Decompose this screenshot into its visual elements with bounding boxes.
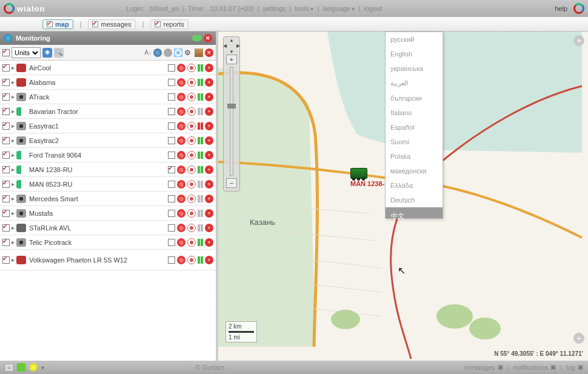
footer-log-link[interactable]: log	[566, 364, 575, 371]
language-option[interactable]: Polska	[386, 149, 443, 164]
unit-checkbox[interactable]	[2, 93, 10, 101]
unit-row[interactable]: ▸Ford Transit 9064⦸+	[0, 148, 216, 162]
locate-icon[interactable]	[187, 78, 196, 87]
locate-icon[interactable]	[187, 136, 196, 145]
tab-map[interactable]: map	[42, 19, 73, 29]
locate-icon[interactable]	[187, 64, 196, 72]
language-menu[interactable]: русскийEnglishукраїнськаالعربيةбългарски…	[385, 32, 443, 219]
unit-checkbox[interactable]	[2, 166, 10, 173]
add-icon[interactable]: +	[205, 107, 213, 116]
add-icon[interactable]: +	[205, 238, 213, 247]
zoom-in-button[interactable]: +	[226, 55, 237, 64]
unit-checkbox[interactable]	[2, 224, 10, 232]
footer-notifications-link[interactable]: notifications	[513, 364, 548, 371]
unit-checkbox[interactable]	[2, 108, 10, 115]
track-checkbox[interactable]	[168, 210, 175, 217]
locate-icon[interactable]	[187, 165, 196, 174]
add-icon[interactable]: +	[205, 256, 213, 264]
unit-row[interactable]: ▸Easytrac2⦸+	[0, 133, 216, 148]
expand-icon[interactable]: ▸	[12, 122, 15, 129]
stop-icon[interactable]: ⦸	[177, 209, 185, 218]
expand-icon[interactable]: ▸	[12, 137, 15, 144]
locate-icon[interactable]	[187, 151, 196, 159]
unit-checkbox[interactable]	[2, 137, 10, 144]
locate-icon[interactable]	[187, 224, 196, 232]
track-checkbox[interactable]	[168, 79, 175, 86]
language-option[interactable]: български	[386, 91, 443, 105]
unit-row[interactable]: ▸Alabama⦸+	[0, 75, 216, 90]
tab-reports[interactable]: reports	[150, 19, 188, 29]
status-online-icon[interactable]	[17, 363, 25, 372]
unit-row[interactable]: ▸AirCool⦸+	[0, 61, 216, 75]
unit-checkbox[interactable]	[2, 195, 10, 202]
dropdown-icon[interactable]: ▾	[41, 364, 44, 371]
language-option[interactable]: English	[386, 47, 443, 61]
footer-messages-link[interactable]: messages	[464, 364, 495, 371]
stop-icon[interactable]: ⦸	[177, 151, 185, 159]
col-target-icon[interactable]	[164, 48, 172, 57]
stop-icon[interactable]: ⦸	[177, 136, 185, 145]
language-option[interactable]: Ελλάδα	[386, 178, 443, 193]
language-option[interactable]: العربية	[386, 76, 443, 91]
track-checkbox[interactable]	[168, 256, 175, 264]
track-checkbox[interactable]	[168, 166, 175, 173]
expand-icon[interactable]: ▸	[12, 181, 15, 187]
unit-row[interactable]: ▸STaRLink AVL⦸+	[0, 221, 216, 235]
unit-row[interactable]: ▸ATrack⦸+	[0, 90, 216, 104]
bulb-icon[interactable]	[29, 363, 38, 372]
unit-row[interactable]: ▸Bavarian Tractor⦸+	[0, 104, 216, 119]
collapse-icon[interactable]: «	[5, 364, 13, 372]
expand-top-icon[interactable]: +	[573, 35, 584, 46]
unit-row[interactable]: ▸Mustafa⦸+	[0, 206, 216, 221]
tools-link[interactable]: tools	[295, 5, 309, 12]
add-icon[interactable]: +	[205, 165, 213, 174]
track-checkbox[interactable]	[168, 195, 175, 202]
panel-close-icon[interactable]: ✕	[204, 34, 212, 42]
unit-row[interactable]: ▸MAN 8523-RU⦸+	[0, 177, 216, 192]
tab-messages[interactable]: messages	[88, 19, 135, 29]
language-option[interactable]: Deutsch	[386, 193, 443, 207]
settings-link[interactable]: settings	[262, 5, 286, 12]
expand-icon[interactable]: ▸	[12, 195, 15, 202]
logout-link[interactable]: logout	[364, 5, 382, 12]
stop-icon[interactable]: ⦸	[177, 195, 185, 203]
help-link[interactable]: help	[555, 5, 567, 12]
expand-icon[interactable]: ▸	[12, 256, 15, 263]
locate-icon[interactable]	[187, 180, 196, 189]
language-option[interactable]: Español	[386, 120, 443, 135]
col-gear2-icon[interactable]	[195, 48, 203, 57]
unit-row[interactable]: ▸MAN 1238-RU⦸+	[0, 162, 216, 177]
unit-row[interactable]: ▸Telic Picotrack⦸+	[0, 235, 216, 250]
map-area[interactable]: ▲▼◀▶ + − + + Казань MAN 1238-RU русскийE…	[218, 32, 588, 361]
unit-row[interactable]: ▸Mercedes Smart⦸+	[0, 192, 216, 206]
add-icon[interactable]: +	[205, 209, 213, 218]
zoom-slider[interactable]	[230, 67, 233, 176]
language-option[interactable]: русский	[386, 32, 443, 47]
add-icon[interactable]: +	[205, 180, 213, 189]
track-checkbox[interactable]	[168, 152, 175, 159]
stop-icon[interactable]: ⦸	[177, 180, 185, 189]
unit-checkbox[interactable]	[2, 152, 10, 159]
stop-icon[interactable]: ⦸	[177, 93, 185, 101]
language-option[interactable]: українська	[386, 61, 443, 76]
stop-icon[interactable]: ⦸	[177, 256, 185, 264]
language-option[interactable]: македонски	[386, 164, 443, 178]
stop-icon[interactable]: ⦸	[177, 238, 185, 247]
unit-checkbox[interactable]	[2, 64, 10, 72]
col-delete-icon[interactable]: ✕	[205, 48, 213, 57]
expand-icon[interactable]: ▸	[12, 79, 15, 85]
locate-icon[interactable]	[187, 238, 196, 247]
search-icon[interactable]: 🔍	[54, 48, 64, 58]
track-checkbox[interactable]	[168, 122, 175, 130]
units-select[interactable]: Units	[12, 47, 41, 58]
locate-icon[interactable]	[187, 122, 196, 130]
filter-icon[interactable]: ✱	[42, 48, 52, 58]
track-checkbox[interactable]	[168, 93, 175, 101]
locate-icon[interactable]	[187, 256, 196, 264]
expand-icon[interactable]: ▸	[12, 108, 15, 115]
col-settings-icon[interactable]: ⚙	[184, 48, 193, 57]
expand-icon[interactable]: ▸	[12, 239, 15, 245]
expand-icon[interactable]: ▸	[12, 210, 15, 216]
locate-icon[interactable]	[187, 195, 196, 203]
zoom-out-button[interactable]: −	[226, 178, 237, 188]
